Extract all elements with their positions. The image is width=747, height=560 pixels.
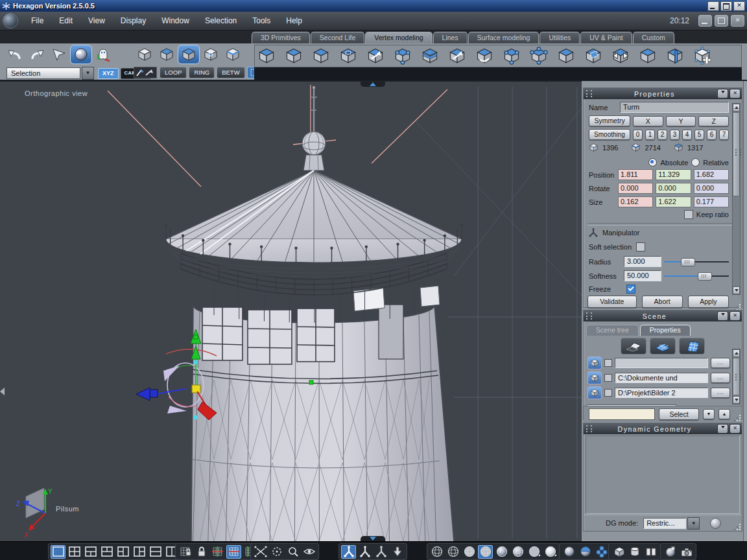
shading-wire-button[interactable] — [429, 545, 444, 559]
loop-button[interactable]: LOOP — [160, 67, 187, 78]
size-y-field[interactable]: 1.622 — [656, 196, 691, 207]
scene-up-button[interactable]: ▲ — [718, 409, 730, 419]
minimize-button[interactable] — [707, 1, 719, 11]
radius-slider[interactable] — [664, 257, 729, 266]
app-close-button[interactable]: ✕ — [731, 15, 744, 27]
keep-ratio-checkbox[interactable] — [684, 210, 693, 219]
gizmo-move-button[interactable] — [341, 545, 356, 559]
position-z-field[interactable]: 1.682 — [694, 169, 729, 180]
vm-tool-10-button[interactable] — [503, 47, 530, 66]
vm-tool-14-button[interactable] — [611, 47, 639, 66]
backdrop-sphere-button[interactable] — [562, 545, 576, 559]
scroll-up-button[interactable] — [733, 349, 740, 357]
layout-7-button[interactable] — [148, 545, 163, 559]
selection-mode-dropdown[interactable]: Selection — [6, 67, 80, 79]
tab-surface-modeling[interactable]: Surface modeling — [468, 32, 540, 43]
gizmo-drop-button[interactable] — [390, 545, 405, 559]
grid-3-browse-button[interactable]: ... — [711, 388, 730, 398]
betw-button[interactable]: BETW — [217, 67, 244, 78]
viewport-canvas[interactable]: Y Z X — [0, 82, 582, 542]
softness-slider-knob[interactable] — [698, 272, 712, 281]
vm-tool-5-button[interactable] — [366, 47, 394, 66]
grid-3-path-field[interactable]: D:\Projekt\Bilder 2 — [615, 388, 708, 398]
dg-mode-dropdown[interactable]: Restric... — [643, 518, 686, 529]
collapse-tab-bottom[interactable] — [361, 536, 385, 541]
smoothing-7-button[interactable]: 7 — [719, 130, 729, 140]
shading-smooth-button[interactable] — [494, 545, 509, 559]
select-face-button[interactable] — [156, 45, 178, 64]
select-face-active-button[interactable] — [178, 45, 200, 64]
panel-resize-grip[interactable] — [734, 524, 741, 530]
vm-tool-15-button[interactable] — [639, 47, 666, 66]
symmetry-y-button[interactable]: Y — [666, 116, 696, 126]
left-panel-collapse-arrow[interactable] — [0, 388, 5, 395]
rotate-z-field[interactable]: 0.000 — [694, 183, 729, 194]
menu-tools[interactable]: Tools — [244, 16, 278, 25]
backdrop-blue-button[interactable] — [578, 545, 593, 559]
tab-lines[interactable]: Lines — [433, 32, 468, 43]
grid-1-path-field[interactable] — [615, 358, 708, 368]
app-maximize-button[interactable] — [715, 15, 728, 27]
select-object-button[interactable] — [134, 45, 156, 64]
scene-tree-tab[interactable]: Scene tree — [586, 325, 639, 336]
validate-button[interactable]: Validate — [587, 296, 637, 308]
grid-1-browse-button[interactable]: ... — [711, 358, 730, 368]
selection-dropdown-arrow[interactable]: ▼ — [82, 67, 94, 80]
soft-selection-checkbox[interactable] — [636, 242, 645, 251]
properties-scrollbar[interactable] — [732, 103, 741, 295]
grid-2-checkbox[interactable] — [604, 374, 612, 382]
scene-panel-header[interactable]: Scene ✕ — [584, 310, 742, 321]
symmetry-x-button[interactable]: X — [633, 116, 663, 126]
fit-view-button[interactable] — [253, 545, 268, 559]
maximize-button[interactable] — [720, 1, 732, 11]
redo-button[interactable] — [26, 45, 48, 64]
vm-tool-3-button[interactable] — [312, 47, 339, 66]
symmetry-z-button[interactable]: Z — [698, 116, 729, 126]
dg-preview-sphere[interactable] — [710, 518, 721, 529]
rotate-x-field[interactable]: 0.000 — [618, 183, 653, 194]
size-x-field[interactable]: 0.162 — [618, 196, 653, 207]
display-cylinder-button[interactable] — [627, 545, 642, 559]
multi-sphere-button[interactable] — [594, 545, 609, 559]
relative-radio[interactable] — [691, 158, 700, 167]
panel-grip[interactable] — [586, 425, 592, 432]
abort-button[interactable]: Abort — [642, 296, 683, 308]
collapse-tab-top[interactable] — [361, 82, 385, 87]
vm-tool-4-button[interactable] — [339, 47, 366, 66]
smoothing-4-button[interactable]: 4 — [682, 130, 692, 140]
title-bar[interactable]: Hexagon Version 2.5.0.5 ✕ — [0, 0, 747, 12]
eye-view-button[interactable] — [302, 545, 316, 559]
tab-second-life[interactable]: Second Life — [311, 32, 364, 43]
vm-tool-12-button[interactable] — [557, 47, 584, 66]
layout-3-button[interactable] — [83, 545, 98, 559]
viewport[interactable]: Y Z X Orthographic view Pilsum — [0, 81, 582, 541]
gizmo-rotate-button[interactable] — [357, 545, 372, 559]
smoothing-1-button[interactable]: 1 — [645, 130, 655, 140]
layout-4-button[interactable] — [99, 545, 114, 559]
grid-3-checkbox[interactable] — [604, 389, 612, 397]
scene-properties-tab[interactable]: Properties — [640, 325, 691, 336]
name-field[interactable]: Turm — [620, 102, 729, 113]
absolute-radio[interactable] — [648, 158, 657, 167]
paint-select-button[interactable] — [134, 67, 157, 78]
scene-collapse-button[interactable] — [717, 311, 728, 321]
dg-collapse-button[interactable] — [717, 424, 728, 434]
scroll-down-button[interactable] — [733, 286, 740, 294]
smoothing-button[interactable]: Smoothing — [589, 129, 630, 140]
render-camera-button[interactable] — [679, 545, 694, 559]
ring-button[interactable]: RING — [189, 67, 215, 78]
vm-tool-13-button[interactable] — [584, 47, 611, 66]
vm-tool-8-button[interactable] — [448, 47, 475, 66]
smoothing-0-button[interactable]: 0 — [633, 130, 643, 140]
smoothing-3-button[interactable]: 3 — [670, 130, 680, 140]
grid-2-path-field[interactable]: C:\Dokumente und — [615, 373, 708, 383]
shading-flat-button[interactable] — [527, 545, 541, 559]
grid-y-toggle-button[interactable] — [226, 545, 241, 559]
apply-button[interactable]: Apply — [688, 296, 729, 308]
vm-tool-2-button[interactable] — [285, 47, 312, 66]
grid-cube-icon[interactable] — [587, 356, 602, 369]
select-vertex-button[interactable] — [200, 45, 222, 64]
smoothing-5-button[interactable]: 5 — [694, 130, 704, 140]
tab-utilities[interactable]: Utilities — [540, 32, 580, 43]
scene-search-field[interactable] — [589, 408, 655, 420]
